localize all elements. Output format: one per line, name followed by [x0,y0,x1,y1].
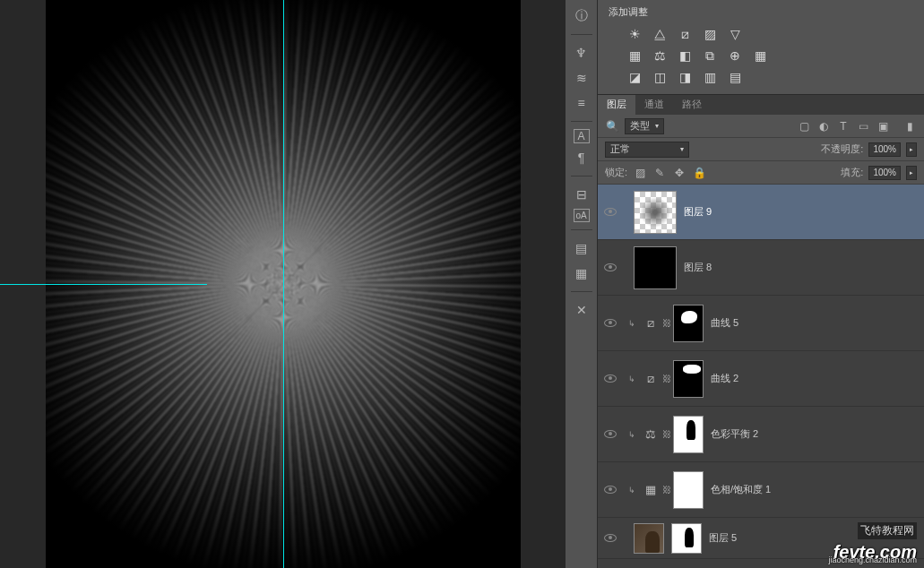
layer-name[interactable]: 色彩平衡 2 [711,427,758,441]
adjustments-title: 添加调整 [609,5,913,19]
adjustments-panel: 添加调整 ☀ ⧋ ⧄ ▨ ▽ ▦ ⚖ ◧ ⧉ ⊕ ▦ ◪ [598,0,924,95]
visibility-toggle[interactable] [598,486,623,494]
layer-thumbnail[interactable] [634,191,677,234]
styles-panel-icon[interactable]: ≋ [571,67,592,89]
lock-move-icon[interactable]: ✥ [672,166,687,180]
glyphs2-icon[interactable]: oA [574,209,590,222]
type-filter-icon[interactable]: T [836,119,851,133]
balance-icon[interactable]: ⚖ [652,47,668,64]
opacity-label: 不透明度: [821,142,863,156]
tools-icon[interactable]: ✕ [571,299,592,321]
triangle-icon[interactable]: ▽ [727,26,743,42]
layer-thumbnail[interactable] [634,523,664,554]
eye-icon [604,486,617,494]
layer-row[interactable]: ↳⧄⛓曲线 2 [598,351,924,407]
chevron-down-icon: ▾ [680,145,684,153]
brightness-icon[interactable]: ☀ [626,26,643,42]
blend-mode-dropdown[interactable]: 正常 ▾ [605,142,689,158]
layer-thumbnail[interactable] [673,305,704,342]
layer-thumbnail[interactable] [673,360,704,398]
posterize-icon[interactable]: ◫ [652,69,668,85]
layer-name[interactable]: 图层 5 [709,531,737,545]
threshold-icon[interactable]: ◨ [677,69,693,85]
shape-filter-icon[interactable]: ▭ [856,119,870,133]
link-icon: ⛓ [661,318,673,328]
visibility-toggle[interactable] [598,263,623,271]
layer-thumbnail[interactable] [673,471,704,509]
lock-trans-icon[interactable]: ▨ [633,166,647,180]
layer-row[interactable]: ↳⧄⛓曲线 5 [598,296,924,351]
opacity-input[interactable]: 100% [868,142,901,157]
bw-icon[interactable]: ◧ [677,47,693,64]
char-panel-icon[interactable]: ≡ [571,92,592,114]
guide-vertical[interactable] [283,0,284,568]
eye-icon [604,208,617,216]
character-icon[interactable]: A [574,129,590,143]
blend-mode-value: 正常 [610,142,630,156]
chevron-down-icon: ▾ [655,122,659,130]
layer-list[interactable]: 图层 9图层 8↳⧄⛓曲线 5↳⧄⛓曲线 2↳⚖⛓色彩平衡 2↳▦⛓色相/饱和度… [598,185,924,568]
gradient-map-icon[interactable]: ▥ [702,69,718,85]
filter-kind-label: 类型 [630,119,650,133]
layer-row[interactable]: ↳▦⛓色相/饱和度 1 [598,462,924,518]
exposure-icon[interactable]: ▨ [702,26,718,42]
layer-row[interactable]: ↳⚖⛓色彩平衡 2 [598,407,924,462]
tab-layers[interactable]: 图层 [598,95,635,115]
tab-paths[interactable]: 路径 [673,95,711,115]
lut-icon[interactable]: ▦ [752,47,768,64]
fill-input[interactable]: 100% [868,166,901,180]
paragraph-icon[interactable]: ¶ [571,147,592,168]
visibility-toggle[interactable] [598,430,623,438]
layer-mask-thumbnail[interactable] [671,523,702,554]
opacity-stepper[interactable]: ▸ [906,142,917,157]
layer-name[interactable]: 图层 9 [684,205,712,219]
selective-color-icon[interactable]: ▤ [727,69,743,85]
layer-name[interactable]: 图层 8 [684,261,712,274]
info-panel-icon[interactable]: ⓘ [571,5,592,27]
filter-kind-dropdown[interactable]: 类型 ▾ [625,118,664,134]
lock-all-icon[interactable]: 🔒 [692,166,706,180]
visibility-toggle[interactable] [598,319,623,327]
blend-bar: 正常 ▾ 不透明度: 100% ▸ [598,138,924,161]
notes-icon[interactable]: ▤ [571,237,592,259]
fill-stepper[interactable]: ▸ [906,166,917,180]
tab-channels[interactable]: 通道 [635,95,673,115]
clip-indicator: ↳ [623,486,641,495]
collapsed-panel-dock: ⓘ ♆ ≋ ≡ A ¶ ⊟ oA ▤ ▦ ✕ [566,0,598,568]
search-icon[interactable]: 🔍 [605,119,619,133]
invert-icon[interactable]: ◪ [626,69,643,85]
layer-thumbnail[interactable] [634,246,677,289]
channel-mixer-icon[interactable]: ⊕ [727,47,743,64]
watermark-stamp: 飞特教程网 [858,522,917,539]
smart-filter-icon[interactable]: ▣ [876,119,890,133]
curves-small-icon: ⧄ [641,316,661,331]
eye-icon [604,430,617,438]
visibility-toggle[interactable] [598,374,623,383]
pixel-filter-icon[interactable]: ▢ [797,119,811,133]
vibrance-icon[interactable]: ▦ [626,47,643,64]
layer-row[interactable]: 图层 8 [598,240,924,296]
visibility-toggle[interactable] [598,208,623,216]
layers-shortcut-icon[interactable]: ▦ [571,262,592,284]
canvas-area[interactable] [0,0,566,568]
panel-tabs: 图层 通道 路径 [598,95,924,115]
lock-label: 锁定: [605,166,627,179]
filter-toggle[interactable]: ▮ [902,119,917,133]
levels-icon[interactable]: ⧋ [652,26,668,42]
visibility-toggle[interactable] [598,534,623,542]
guide-horizontal[interactable] [0,284,207,285]
link-icon: ⛓ [661,485,673,495]
layer-row[interactable]: 图层 9 [598,185,924,240]
layer-name[interactable]: 曲线 2 [711,372,738,385]
adj-filter-icon[interactable]: ◐ [816,119,831,133]
curves-icon[interactable]: ⧄ [677,26,693,42]
balance-small-icon: ⚖ [641,427,661,441]
layer-name[interactable]: 色相/饱和度 1 [711,483,771,496]
eye-icon [604,263,617,271]
photo-filter-icon[interactable]: ⧉ [702,47,718,64]
lock-paint-icon[interactable]: ✎ [652,166,667,180]
swatches-panel-icon[interactable]: ♆ [571,42,592,64]
glyphs-icon[interactable]: ⊟ [571,184,592,205]
layer-thumbnail[interactable] [673,416,704,453]
layer-name[interactable]: 曲线 5 [711,316,738,330]
